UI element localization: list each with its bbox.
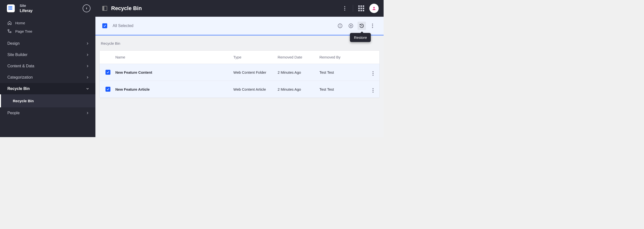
- sidebar-cat-recycle-bin[interactable]: Recycle Bin: [0, 83, 96, 94]
- kebab-icon: [372, 71, 374, 76]
- delete-button[interactable]: [347, 22, 355, 30]
- svg-rect-8: [11, 8, 12, 8]
- divider: [353, 5, 353, 12]
- info-button[interactable]: [336, 22, 344, 30]
- sidebar-sub-recycle-bin[interactable]: Recycle Bin: [0, 94, 96, 107]
- cell-removed-date: 2 Minutes Ago: [278, 70, 320, 74]
- svg-point-12: [373, 7, 375, 8]
- selection-more-button[interactable]: [368, 22, 377, 30]
- table-row[interactable]: New Feature Article Web Content Article …: [100, 81, 380, 98]
- sidebar-item-label: Page Tree: [15, 29, 32, 33]
- topbar: Recycle Bin: [96, 0, 384, 17]
- check-icon: [106, 87, 110, 91]
- site-logo[interactable]: [7, 4, 15, 12]
- selection-label: All Selected: [112, 23, 330, 28]
- chevron-right-icon: [86, 53, 90, 57]
- col-type[interactable]: Type: [233, 55, 278, 59]
- chevron-right-icon: [86, 64, 90, 68]
- svg-rect-1: [10, 6, 11, 7]
- page-title: Recycle Bin: [111, 5, 337, 11]
- svg-rect-11: [10, 32, 11, 33]
- kebab-icon: [372, 88, 374, 93]
- user-avatar[interactable]: [369, 4, 379, 13]
- topbar-more-button[interactable]: [341, 5, 348, 12]
- sidebar-item-label: Categorization: [8, 75, 33, 80]
- selection-bar: All Selected Restore: [96, 17, 384, 35]
- sidebar-item-label: Content & Data: [8, 64, 34, 68]
- svg-rect-4: [10, 8, 11, 8]
- svg-point-15: [340, 25, 340, 25]
- sidebar-cat-content-data[interactable]: Content & Data: [0, 60, 96, 72]
- sidebar-cat-design[interactable]: Design: [0, 38, 96, 49]
- row-actions-button[interactable]: [364, 86, 374, 93]
- svg-rect-3: [8, 8, 10, 8]
- cell-removed-date: 2 Minutes Ago: [278, 87, 320, 91]
- sidebar: Site Liferay Home Page Tree Design Site …: [0, 0, 96, 137]
- table-row[interactable]: New Feature Content Web Content Folder 2…: [100, 64, 380, 81]
- selection-actions: Restore: [336, 22, 377, 30]
- row-actions-button[interactable]: [364, 69, 374, 76]
- cell-type: Web Content Folder: [233, 70, 278, 74]
- col-removed-by[interactable]: Removed By: [320, 55, 364, 59]
- site-name: Liferay: [20, 8, 82, 13]
- chevron-right-icon: [86, 41, 90, 45]
- sidebar-item-label: Home: [15, 21, 25, 25]
- sidebar-cat-categorization[interactable]: Categorization: [0, 72, 96, 83]
- select-all-checkbox[interactable]: [102, 23, 107, 28]
- compass-button[interactable]: [82, 4, 90, 12]
- svg-rect-10: [8, 30, 9, 31]
- sidebar-item-page-tree[interactable]: Page Tree: [0, 27, 96, 35]
- kebab-icon: [372, 23, 373, 28]
- sidebar-cat-people[interactable]: People: [0, 107, 96, 119]
- row-checkbox[interactable]: [106, 70, 110, 75]
- nav-main: Design Site Builder Content & Data Categ…: [0, 38, 96, 137]
- apps-grid-icon: [358, 5, 364, 11]
- chevron-right-icon: [86, 75, 90, 79]
- items-table: Name Type Removed Date Removed By New Fe…: [99, 50, 380, 98]
- content: Recycle Bin Name Type Removed Date Remov…: [96, 35, 384, 104]
- liferay-logo-icon: [8, 6, 14, 11]
- cell-name: New Feature Content: [115, 70, 233, 74]
- compass-icon: [85, 7, 88, 10]
- row-checkbox[interactable]: [106, 87, 110, 92]
- sidebar-item-label: Design: [8, 41, 20, 46]
- chevron-down-icon: [86, 87, 90, 91]
- cell-name: New Feature Article: [115, 87, 233, 91]
- restore-tooltip: Restore: [350, 33, 371, 42]
- svg-rect-7: [10, 9, 11, 10]
- home-icon: [8, 21, 12, 25]
- sidebar-cat-site-builder[interactable]: Site Builder: [0, 49, 96, 60]
- restore-button[interactable]: [358, 22, 366, 30]
- svg-rect-2: [11, 6, 12, 7]
- page-tree-icon: [8, 29, 12, 33]
- close-circle-icon: [348, 23, 354, 28]
- col-removed-date[interactable]: Removed Date: [278, 55, 320, 59]
- info-icon: [337, 23, 343, 28]
- sidebar-item-label: Recycle Bin: [8, 86, 30, 91]
- sidebar-item-home[interactable]: Home: [0, 19, 96, 27]
- col-name[interactable]: Name: [115, 55, 233, 59]
- breadcrumb: Recycle Bin: [99, 41, 380, 50]
- table-header: Name Type Removed Date Removed By: [100, 51, 380, 64]
- svg-line-20: [362, 26, 362, 26]
- sidebar-item-label: People: [8, 111, 20, 115]
- svg-rect-6: [8, 9, 10, 10]
- nav-quick-links: Home Page Tree: [0, 17, 96, 38]
- check-icon: [106, 70, 110, 74]
- sidebar-item-label: Site Builder: [8, 53, 28, 57]
- cell-type: Web Content Article: [233, 87, 278, 91]
- user-icon: [372, 6, 376, 10]
- cell-removed-by: Test Test: [320, 70, 364, 74]
- panel-toggle-icon[interactable]: [102, 6, 107, 11]
- svg-rect-5: [11, 9, 12, 10]
- site-info: Site Liferay: [20, 3, 82, 13]
- sidebar-header: Site Liferay: [0, 0, 96, 17]
- kebab-icon: [344, 6, 345, 10]
- topbar-actions: [341, 4, 379, 13]
- main-area: Recycle Bin All Selected: [96, 0, 384, 137]
- check-icon: [103, 24, 106, 27]
- restore-icon: [359, 23, 364, 28]
- cell-removed-by: Test Test: [320, 87, 364, 91]
- svg-rect-0: [8, 6, 10, 7]
- apps-button[interactable]: [358, 5, 365, 12]
